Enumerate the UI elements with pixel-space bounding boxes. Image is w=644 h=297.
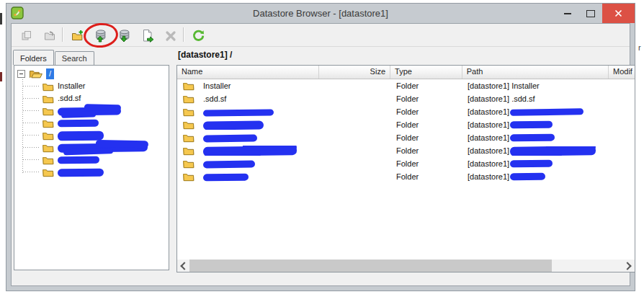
redaction-scribble <box>510 108 583 115</box>
table-row[interactable]: Installer Folder [datastore1] Installer <box>177 79 635 92</box>
tree-item-root[interactable]: / <box>14 68 169 80</box>
scroll-right-button[interactable] <box>622 260 635 272</box>
table-row[interactable]: Folder [datastore1] <box>177 144 635 157</box>
redaction-scribble <box>510 134 555 142</box>
cell-path: [datastore1] <box>463 107 610 116</box>
column-header-type[interactable]: Type <box>390 66 462 79</box>
redaction-scribble <box>510 160 553 168</box>
file-name <box>203 172 249 181</box>
cell-path: [datastore1] <box>463 146 610 156</box>
table-row[interactable]: Folder [datastore1] <box>177 170 635 183</box>
tab-search[interactable]: Search <box>55 51 94 65</box>
tree-item-label <box>58 167 104 177</box>
folder-icon <box>182 81 194 91</box>
toolbar-download-button[interactable] <box>113 26 135 45</box>
toolbar-upload-button[interactable] <box>89 26 111 45</box>
copy-pages-icon <box>20 30 33 43</box>
upload-to-datastore-icon <box>94 29 107 43</box>
tree-item-label <box>58 118 99 128</box>
path-prefix: [datastore1] <box>468 133 509 142</box>
background-mark <box>0 72 2 81</box>
collapse-icon[interactable] <box>17 70 25 78</box>
column-header-size[interactable]: Size <box>319 66 390 79</box>
tree-item-label <box>58 142 148 153</box>
table-row[interactable]: Folder [datastore1] <box>177 131 635 144</box>
table-row[interactable]: Folder [datastore1] <box>177 118 635 131</box>
table-row[interactable]: Folder [datastore1] <box>177 105 635 118</box>
minimize-button[interactable] <box>556 4 579 23</box>
titlebar[interactable]: Datastore Browser - [datastore1] <box>6 4 635 23</box>
toolbar-refresh-button[interactable] <box>187 26 209 45</box>
file-name <box>203 146 297 156</box>
tree-item-label: .sdd.sf <box>58 93 81 104</box>
column-header-path[interactable]: Path <box>462 66 609 79</box>
file-name <box>203 159 255 168</box>
folder-icon <box>182 94 194 104</box>
open-folder-icon <box>28 68 43 79</box>
folder-tree-panel[interactable]: / Installer .sdd.sf <box>14 65 169 270</box>
redaction-scribble <box>203 109 274 116</box>
redaction-scribble <box>203 146 297 156</box>
cell-path: [datastore1] <box>463 172 610 181</box>
tab-folders[interactable]: Folders <box>13 50 54 65</box>
redaction-scribble <box>58 156 99 164</box>
tree-item[interactable]: Installer <box>14 80 169 92</box>
tree-item-label <box>58 105 121 116</box>
tree-item[interactable] <box>14 105 169 117</box>
close-button[interactable] <box>602 4 635 23</box>
tree-item[interactable]: .sdd.sf <box>14 92 169 105</box>
folder-icon <box>42 94 54 104</box>
tree-connector <box>23 86 40 87</box>
table-row[interactable]: Folder [datastore1] <box>177 157 635 170</box>
file-name: Installer <box>203 81 231 90</box>
file-list-panel[interactable]: NameSizeTypePathModif Installer Folder [… <box>176 65 635 272</box>
cell-path: [datastore1] <box>463 159 610 168</box>
tree-connector <box>23 159 40 160</box>
file-name <box>203 107 274 116</box>
cell-type: Folder <box>391 120 463 129</box>
tree-item[interactable] <box>14 129 169 141</box>
cell-type: Folder <box>391 159 463 168</box>
scrollbar-thumb[interactable] <box>189 260 552 272</box>
column-header-name[interactable]: Name <box>177 66 319 79</box>
redaction-scribble <box>58 168 104 177</box>
toolbar-copy-button[interactable] <box>16 26 37 45</box>
background-mark <box>0 13 2 25</box>
horizontal-scrollbar[interactable] <box>177 260 635 272</box>
file-copy-icon <box>141 29 155 43</box>
toolbar-new-folder-button[interactable] <box>66 26 88 45</box>
path-prefix: [datastore1] Installer <box>468 81 540 90</box>
file-name <box>203 120 264 129</box>
path-prefix: [datastore1] <box>468 146 509 155</box>
tree-item-label <box>58 130 104 141</box>
maximize-button[interactable] <box>579 4 602 23</box>
tree-item[interactable] <box>14 154 169 166</box>
redaction-scribble <box>58 130 104 141</box>
folder-icon <box>42 143 54 153</box>
cell-name <box>177 159 320 169</box>
tree-item[interactable] <box>14 166 169 178</box>
column-header-modif[interactable]: Modif <box>609 66 635 79</box>
tree-item[interactable] <box>14 117 169 129</box>
table-row[interactable]: .sdd.sf Folder [datastore1] .sdd.sf <box>177 92 635 105</box>
scroll-left-button[interactable] <box>177 260 189 272</box>
new-folder-icon <box>71 30 84 43</box>
tree-item[interactable] <box>14 141 169 154</box>
redaction-scribble <box>203 135 257 143</box>
redaction-scribble <box>203 120 264 130</box>
tree-item-label: Installer <box>58 81 86 92</box>
toolbar-file-copy-button[interactable] <box>137 26 158 45</box>
toolbar-delete-button[interactable] <box>160 26 182 45</box>
path-prefix: [datastore1] <box>468 172 509 181</box>
toolbar <box>12 24 630 47</box>
path-prefix: [datastore1] .sdd.sf <box>468 94 535 103</box>
cell-type: Folder <box>391 146 463 155</box>
cell-type: Folder <box>391 94 463 103</box>
toolbar-move-button[interactable] <box>39 26 61 45</box>
cell-type: Folder <box>391 172 463 181</box>
cell-type: Folder <box>391 133 463 142</box>
cell-name: .sdd.sf <box>177 94 320 104</box>
datastore-browser-window: Datastore Browser - [datastore1] <box>6 3 635 291</box>
scrollbar-track[interactable] <box>189 260 622 272</box>
file-name <box>203 133 257 142</box>
